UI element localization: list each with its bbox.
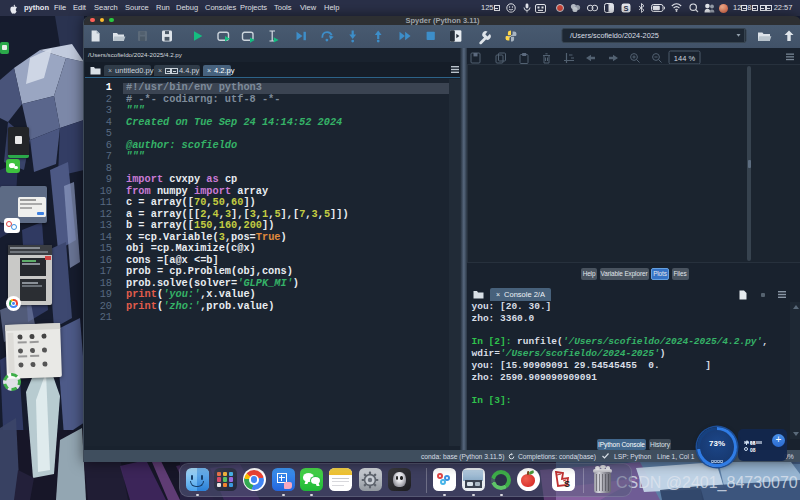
- svg-text:S: S: [623, 4, 628, 13]
- svg-text:144 %: 144 %: [674, 54, 696, 63]
- svg-text:S: S: [563, 479, 569, 489]
- svg-text:/Users/scofieldo/2024-2025: /Users/scofieldo/2024-2025: [570, 31, 659, 40]
